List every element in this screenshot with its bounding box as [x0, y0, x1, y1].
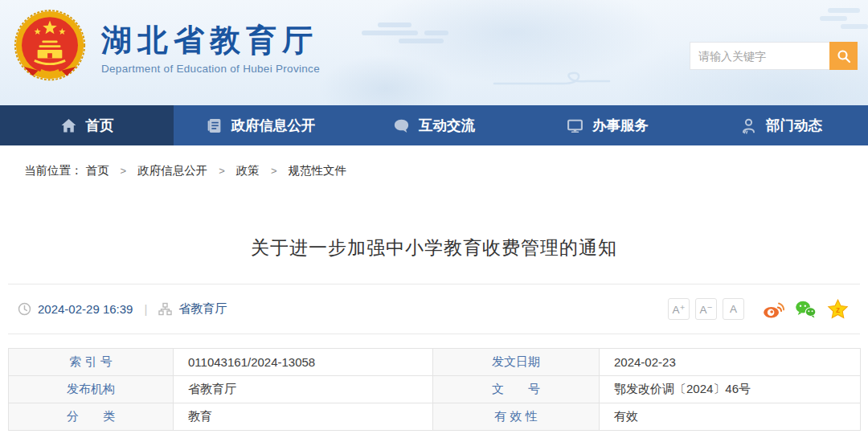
article-source[interactable]: 省教育厅	[178, 301, 227, 317]
index-number-value: 011043161/2024-13058	[174, 349, 433, 376]
search-input[interactable]	[690, 42, 829, 70]
breadcrumb-label: 当前位置：	[24, 164, 83, 177]
nav-item-label: 互动交流	[419, 116, 475, 135]
nav-item-label: 部门动态	[766, 116, 822, 135]
nav-item-gov-info[interactable]: 政府信息公开	[174, 105, 347, 145]
monitor-icon	[567, 117, 583, 134]
national-emblem-icon	[13, 10, 87, 87]
site-logo[interactable]: 湖北省教育厅 Department of Education of Hubei …	[13, 10, 320, 87]
font-increase-button[interactable]: A⁺	[668, 298, 690, 320]
nav-item-label: 首页	[86, 116, 114, 135]
font-decrease-button[interactable]: A⁻	[695, 298, 717, 320]
qzone-share-icon[interactable]: z	[827, 299, 849, 319]
search-icon	[836, 48, 852, 64]
document-icon	[206, 117, 223, 134]
article-meta-left: 2024-02-29 16:39 | 省教育厅	[8, 301, 227, 317]
table-row: 发布机构 省教育厅 文 号 鄂发改价调〔2024〕46号	[9, 376, 861, 403]
sitemap-icon	[158, 302, 172, 316]
nav-item-department-news[interactable]: 部门动态	[694, 105, 868, 145]
article-meta-right: A⁺ A⁻ A z	[668, 298, 860, 320]
breadcrumb-item-policy[interactable]: 政策	[236, 164, 260, 177]
validity-value: 有效	[600, 403, 861, 431]
svg-text:z: z	[836, 305, 840, 314]
breadcrumb-separator: >	[219, 165, 225, 177]
chat-bubble-icon	[393, 117, 410, 134]
site-title: 湖北省教育厅	[101, 23, 320, 58]
nav-item-services[interactable]: 办事服务	[521, 105, 694, 145]
search-button[interactable]	[829, 42, 858, 70]
breadcrumb-item-gov-info[interactable]: 政府信息公开	[137, 164, 207, 177]
home-icon	[60, 117, 77, 134]
article-title: 关于进一步加强中小学教育收费管理的通知	[0, 235, 868, 260]
cloud-decoration-icon	[362, 19, 458, 51]
nav-item-home[interactable]: 首页	[0, 105, 174, 145]
site-subtitle: Department of Education of Hubei Provinc…	[101, 63, 320, 75]
nav-item-label: 政府信息公开	[231, 116, 316, 135]
cloud-decoration-icon	[820, 6, 868, 31]
person-icon	[740, 117, 757, 134]
document-info-table: 索 引 号 011043161/2024-13058 发文日期 2024-02-…	[8, 348, 861, 431]
weibo-share-icon[interactable]	[763, 299, 784, 319]
doc-number-value: 鄂发改价调〔2024〕46号	[600, 376, 861, 403]
nav-item-interaction[interactable]: 互动交流	[347, 105, 521, 145]
breadcrumb: 当前位置： 首页 > 政府信息公开 > 政策 > 规范性文件	[0, 145, 868, 176]
cloud-decoration-icon	[490, 71, 611, 88]
breadcrumb-separator: >	[121, 165, 127, 177]
site-header: 湖北省教育厅 Department of Education of Hubei …	[0, 0, 868, 105]
font-reset-button[interactable]: A	[723, 298, 744, 320]
breadcrumb-separator: >	[271, 165, 277, 177]
category-value: 教育	[174, 403, 433, 431]
brand-titles: 湖北省教育厅 Department of Education of Hubei …	[101, 23, 320, 75]
article-meta-bar: 2024-02-29 16:39 | 省教育厅 A⁺ A⁻ A	[8, 284, 860, 334]
category-label: 分 类	[9, 403, 174, 431]
index-number-label: 索 引 号	[9, 349, 174, 376]
table-row: 分 类 教育 有 效 性 有效	[9, 403, 861, 431]
validity-label: 有 效 性	[433, 403, 600, 431]
issue-date-label: 发文日期	[433, 349, 600, 376]
wechat-share-icon[interactable]	[795, 299, 817, 319]
breadcrumb-item-home[interactable]: 首页	[86, 164, 109, 177]
search-box	[690, 42, 858, 70]
meta-separator: |	[144, 302, 147, 316]
table-row: 索 引 号 011043161/2024-13058 发文日期 2024-02-…	[9, 349, 861, 376]
issue-date-value: 2024-02-23	[600, 349, 861, 376]
breadcrumb-item-normative-docs[interactable]: 规范性文件	[289, 164, 347, 177]
nav-item-label: 办事服务	[592, 116, 649, 135]
publish-org-label: 发布机构	[9, 376, 174, 403]
publish-org-value: 省教育厅	[174, 376, 433, 403]
clock-icon	[18, 302, 31, 316]
publish-time: 2024-02-29 16:39	[38, 302, 133, 316]
main-nav: 首页 政府信息公开 互动交流 办事服务 部门动态	[0, 105, 868, 145]
doc-number-label: 文 号	[433, 376, 600, 403]
share-group: z	[763, 299, 849, 319]
